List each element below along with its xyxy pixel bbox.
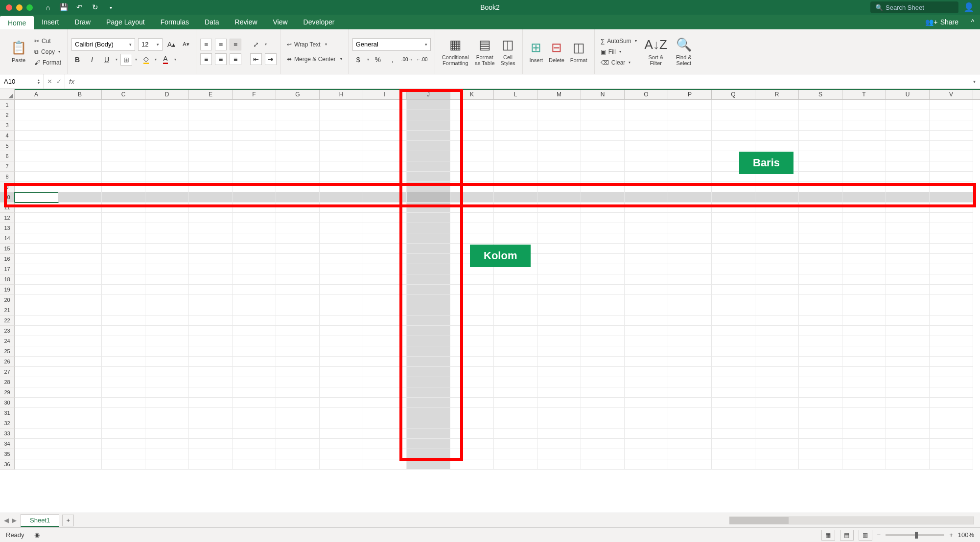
- cell-A36[interactable]: [15, 459, 58, 470]
- tab-formulas[interactable]: Formulas: [153, 15, 197, 29]
- cell-E31[interactable]: [189, 408, 233, 418]
- cell-C18[interactable]: [102, 274, 145, 285]
- cell-T6[interactable]: [842, 151, 886, 161]
- cell-R17[interactable]: [755, 264, 799, 274]
- cell-O25[interactable]: [625, 346, 668, 357]
- search-sheet-input[interactable]: 🔍 Search Sheet: [870, 1, 958, 13]
- cell-D19[interactable]: [145, 285, 189, 295]
- cell-Q18[interactable]: [712, 274, 755, 285]
- cell-N23[interactable]: [581, 326, 625, 336]
- column-header-D[interactable]: D: [145, 89, 189, 99]
- cell-M3[interactable]: [537, 120, 581, 131]
- cell-H14[interactable]: [320, 233, 363, 244]
- cell-L3[interactable]: [494, 120, 537, 131]
- cell-N8[interactable]: [581, 172, 625, 182]
- cell-N16[interactable]: [581, 254, 625, 264]
- cell-C8[interactable]: [102, 172, 145, 182]
- cell-U25[interactable]: [886, 346, 930, 357]
- cell-N28[interactable]: [581, 377, 625, 387]
- row-header-7[interactable]: 7: [0, 161, 15, 172]
- cell-V8[interactable]: [930, 172, 973, 182]
- cell-C28[interactable]: [102, 377, 145, 387]
- cell-P23[interactable]: [668, 326, 712, 336]
- cell-O30[interactable]: [625, 398, 668, 408]
- cell-S28[interactable]: [799, 377, 842, 387]
- cell-O21[interactable]: [625, 305, 668, 316]
- cell-T3[interactable]: [842, 120, 886, 131]
- cell-E29[interactable]: [189, 387, 233, 398]
- cell-O8[interactable]: [625, 172, 668, 182]
- cell-D29[interactable]: [145, 387, 189, 398]
- cell-B7[interactable]: [58, 161, 102, 172]
- row-header-16[interactable]: 16: [0, 254, 15, 264]
- cell-H1[interactable]: [320, 100, 363, 110]
- cell-O22[interactable]: [625, 316, 668, 326]
- cell-G24[interactable]: [276, 336, 320, 346]
- format-as-table-button[interactable]: ▤Format as Table: [472, 29, 498, 74]
- cell-M7[interactable]: [537, 161, 581, 172]
- cell-S20[interactable]: [799, 295, 842, 305]
- cell-A24[interactable]: [15, 336, 58, 346]
- cell-T7[interactable]: [842, 161, 886, 172]
- share-button[interactable]: 👥+ Share: [918, 15, 965, 29]
- cell-Q5[interactable]: [712, 141, 755, 151]
- merge-center-button[interactable]: ⬌Merge & Center▾: [285, 55, 344, 64]
- cell-R36[interactable]: [755, 459, 799, 470]
- cell-L4[interactable]: [494, 131, 537, 141]
- cell-Q33[interactable]: [712, 429, 755, 439]
- cell-G32[interactable]: [276, 418, 320, 429]
- cell-S8[interactable]: [799, 172, 842, 182]
- cell-P15[interactable]: [668, 244, 712, 254]
- cell-A16[interactable]: [15, 254, 58, 264]
- cell-H36[interactable]: [320, 459, 363, 470]
- cell-C14[interactable]: [102, 233, 145, 244]
- cell-D12[interactable]: [145, 213, 189, 223]
- cell-Q14[interactable]: [712, 233, 755, 244]
- cell-E24[interactable]: [189, 336, 233, 346]
- increase-font-button[interactable]: A▴: [165, 39, 177, 50]
- column-header-E[interactable]: E: [189, 89, 233, 99]
- cell-S2[interactable]: [799, 110, 842, 120]
- save-icon[interactable]: 💾: [59, 3, 68, 12]
- cell-U22[interactable]: [886, 316, 930, 326]
- cell-Q12[interactable]: [712, 213, 755, 223]
- cell-L26[interactable]: [494, 357, 537, 367]
- borders-button[interactable]: ⊞: [120, 54, 132, 66]
- cell-O18[interactable]: [625, 274, 668, 285]
- cell-G35[interactable]: [276, 449, 320, 459]
- paste-button[interactable]: 📋 Paste: [8, 29, 29, 74]
- cell-L22[interactable]: [494, 316, 537, 326]
- cell-O28[interactable]: [625, 377, 668, 387]
- cell-U14[interactable]: [886, 233, 930, 244]
- fill-button[interactable]: ▣Fill▾: [599, 47, 639, 56]
- cell-C20[interactable]: [102, 295, 145, 305]
- cell-T15[interactable]: [842, 244, 886, 254]
- cell-P19[interactable]: [668, 285, 712, 295]
- cell-C2[interactable]: [102, 110, 145, 120]
- cell-F3[interactable]: [233, 120, 276, 131]
- cell-U7[interactable]: [886, 161, 930, 172]
- cell-Q21[interactable]: [712, 305, 755, 316]
- cell-O36[interactable]: [625, 459, 668, 470]
- cell-U21[interactable]: [886, 305, 930, 316]
- add-sheet-button[interactable]: +: [62, 515, 74, 526]
- cell-U6[interactable]: [886, 151, 930, 161]
- scrollbar-thumb[interactable]: [730, 517, 789, 524]
- cell-R16[interactable]: [755, 254, 799, 264]
- delete-cells-button[interactable]: ⊟Delete: [546, 29, 567, 74]
- cell-F2[interactable]: [233, 110, 276, 120]
- cell-H22[interactable]: [320, 316, 363, 326]
- column-header-L[interactable]: L: [494, 89, 537, 99]
- cell-B24[interactable]: [58, 336, 102, 346]
- cell-C21[interactable]: [102, 305, 145, 316]
- cell-M2[interactable]: [537, 110, 581, 120]
- cell-R25[interactable]: [755, 346, 799, 357]
- cell-G8[interactable]: [276, 172, 320, 182]
- cell-R5[interactable]: [755, 141, 799, 151]
- cell-A26[interactable]: [15, 357, 58, 367]
- cell-O35[interactable]: [625, 449, 668, 459]
- cell-N32[interactable]: [581, 418, 625, 429]
- cell-O20[interactable]: [625, 295, 668, 305]
- cell-P14[interactable]: [668, 233, 712, 244]
- decrease-decimal-button[interactable]: ←.00: [416, 54, 428, 66]
